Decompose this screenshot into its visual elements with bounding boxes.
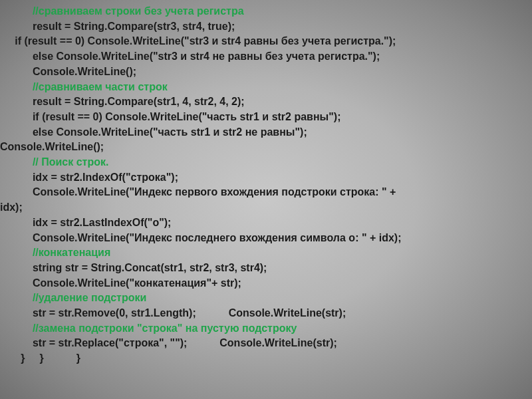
code-line: Console.WriteLine();: [0, 65, 532, 80]
code-text: else Console.WriteLine("str3 и str4 не р…: [33, 51, 380, 62]
comment-text: //сравниваем строки без учета регистра: [33, 5, 244, 17]
code-text: Console.WriteLine("Индекс последнего вхо…: [33, 232, 402, 243]
code-line: // Поиск строк.: [0, 155, 532, 170]
code-text: idx = str2.IndexOf("строка");: [33, 172, 178, 183]
code-text: Console.WriteLine();: [33, 66, 136, 77]
code-line: if (result == 0) Console.WriteLine("част…: [0, 110, 532, 125]
code-line: if (result == 0) Console.WriteLine("str3…: [0, 34, 532, 49]
code-text: str = str.Replace("строка", ""); Console…: [33, 337, 337, 348]
code-text: idx = str2.LastIndexOf("o");: [33, 217, 172, 228]
code-line: //замена подстроки "строка" на пустую по…: [0, 321, 532, 336]
code-line: Console.WriteLine("Индекс последнего вхо…: [0, 231, 532, 246]
code-text: Console.WriteLine("Индекс первого вхожде…: [33, 186, 399, 198]
code-text: str = str.Remove(0, str1.Length); Consol…: [33, 307, 346, 319]
code-line: idx = str2.LastIndexOf("o");: [0, 215, 532, 231]
code-line: } } }: [0, 351, 532, 366]
code-line: Console.WriteLine();: [0, 140, 532, 155]
code-line: //сравниваем строки без учета регистра: [0, 4, 532, 19]
comment-text: //сравниваем части строк: [33, 81, 168, 92]
code-line: idx = str2.IndexOf("строка");: [0, 170, 532, 186]
comment-text: //удаление подстроки: [33, 292, 146, 303]
code-line: result = String.Compare(str3, str4, true…: [0, 19, 532, 35]
code-line: Console.WriteLine("Индекс первого вхожде…: [0, 185, 532, 200]
code-block: //сравниваем строки без учета регистра r…: [0, 0, 532, 366]
code-line: else Console.WriteLine("часть str1 и str…: [0, 125, 532, 140]
code-line: str = str.Replace("строка", ""); Console…: [0, 336, 532, 351]
code-text: string str = String.Concat(str1, str2, s…: [33, 262, 267, 273]
code-line: else Console.WriteLine("str3 и str4 не р…: [0, 49, 532, 65]
code-line: Console.WriteLine("конкатенация"+ str);: [0, 276, 532, 291]
code-text: idx);: [0, 201, 23, 213]
code-text: Console.WriteLine("конкатенация"+ str);: [33, 277, 241, 289]
code-text: } } }: [21, 352, 80, 364]
code-text: else Console.WriteLine("часть str1 и str…: [33, 126, 342, 138]
code-text: result = String.Compare(str1, 4, str2, 4…: [33, 96, 245, 107]
code-line: //сравниваем части строк: [0, 80, 532, 95]
comment-text: //конкатенация: [33, 247, 110, 258]
comment-text: // Поиск строк.: [33, 156, 109, 168]
code-line: result = String.Compare(str1, 4, str2, 4…: [0, 94, 532, 110]
code-text: Console.WriteLine();: [0, 141, 104, 152]
code-line: str = str.Remove(0, str1.Length); Consol…: [0, 306, 532, 321]
code-text: result = String.Compare(str3, str4, true…: [33, 21, 235, 32]
code-line: //удаление подстроки: [0, 291, 532, 306]
comment-text: //замена подстроки "строка" на пустую по…: [33, 323, 297, 334]
code-text: if (result == 0) Console.WriteLine("str3…: [15, 35, 396, 47]
code-line: string str = String.Concat(str1, str2, s…: [0, 261, 532, 276]
code-line: idx);: [0, 200, 532, 215]
code-line: //конкатенация: [0, 245, 532, 261]
code-text: if (result == 0) Console.WriteLine("част…: [33, 111, 341, 122]
